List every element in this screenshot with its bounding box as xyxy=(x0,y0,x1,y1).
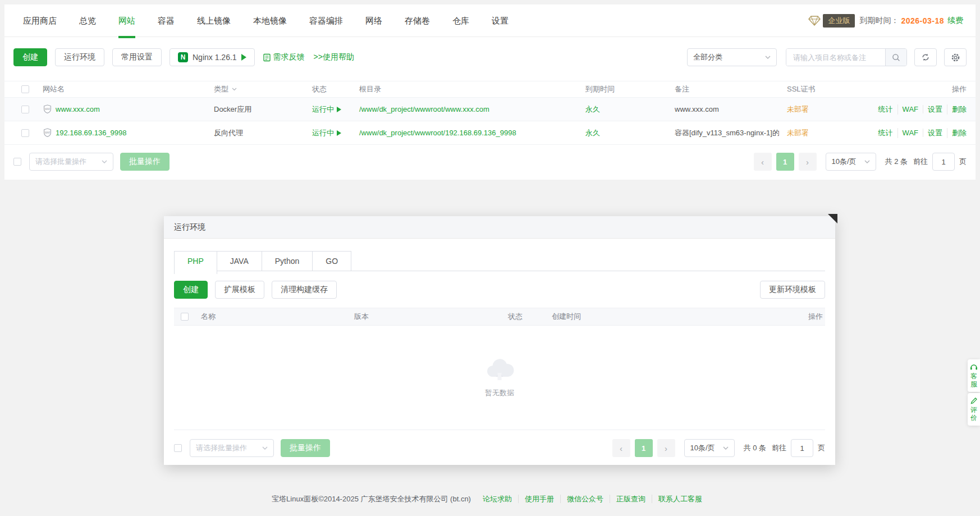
search-group xyxy=(786,48,907,66)
common-settings-button[interactable]: 常用设置 xyxy=(112,48,162,66)
prev-page-button[interactable]: ‹ xyxy=(754,153,772,171)
op-settings-link[interactable]: 设置 xyxy=(923,104,947,115)
col-name: 网站名 xyxy=(35,84,206,94)
footer-forum-link[interactable]: 论坛求助 xyxy=(477,495,518,503)
op-stats-link[interactable]: 统计 xyxy=(874,128,898,138)
site-root-link[interactable]: /www/dk_project/wwwroot/192.168.69.136_9… xyxy=(359,129,516,137)
nav-tab-app-store[interactable]: 应用商店 xyxy=(23,4,57,37)
batch-action-select[interactable]: 请选择批量操作 xyxy=(29,153,113,171)
runtime-env-modal: 运行环境 PHP JAVA Python GO 创建 扩展模板 清理构建缓存 更… xyxy=(164,216,835,465)
site-type: Docker应用 xyxy=(206,104,304,115)
tab-php[interactable]: PHP xyxy=(174,251,217,274)
site-name-link[interactable]: 192.168.69.136_9998 xyxy=(56,129,127,137)
ssl-status[interactable]: 未部署 xyxy=(787,104,809,115)
tab-java[interactable]: JAVA xyxy=(217,251,262,271)
footer-license-check-link[interactable]: 正版查询 xyxy=(610,495,652,503)
refresh-button[interactable] xyxy=(914,48,937,66)
env-prev-page-button[interactable]: ‹ xyxy=(612,439,630,457)
batch-apply-button[interactable]: 批量操作 xyxy=(120,153,170,171)
nav-tab-compose[interactable]: 容器编排 xyxy=(309,4,343,37)
nav-tab-website[interactable]: 网站 xyxy=(118,4,135,37)
create-site-button[interactable]: 创建 xyxy=(13,48,47,66)
page-1-button[interactable]: 1 xyxy=(776,153,794,171)
feedback-label: 需求反馈 xyxy=(273,52,305,62)
page-unit-label: 页 xyxy=(959,157,967,167)
nav-tab-network[interactable]: 网络 xyxy=(365,4,382,37)
site-expire[interactable]: 永久 xyxy=(585,128,600,138)
site-remark[interactable]: 容器[dify_v113_sm63-nginx-1]的 xyxy=(675,128,779,138)
search-input[interactable] xyxy=(786,49,885,66)
license-area: 企业版 到期时间： 2026-03-18 续费 xyxy=(808,14,963,28)
site-toolbar: 创建 运行环境 常用设置 N Nginx 1.26.1 需求反馈 >>使用帮助 … xyxy=(4,37,976,66)
env-next-page-button[interactable]: › xyxy=(657,439,675,457)
op-delete-link[interactable]: 删除 xyxy=(947,104,967,115)
page-footer: 宝塔Linux面板©2014-2025 广东堡塔安全技术有限公司 (bt.cn)… xyxy=(0,494,980,504)
env-select-all-checkbox[interactable] xyxy=(181,313,189,321)
nginx-logo-icon: N xyxy=(178,52,188,62)
op-settings-link[interactable]: 设置 xyxy=(923,128,947,138)
select-all-checkbox[interactable] xyxy=(21,85,29,93)
op-delete-link[interactable]: 删除 xyxy=(947,128,967,138)
runtime-env-button[interactable]: 运行环境 xyxy=(55,48,104,66)
main-panel: 应用商店 总览 网站 容器 线上镜像 本地镜像 容器编排 网络 存储卷 仓库 设… xyxy=(4,4,976,180)
chevron-down-icon xyxy=(765,56,771,59)
site-status[interactable]: 运行中 xyxy=(312,128,341,138)
modal-corner-fold-icon[interactable] xyxy=(828,214,837,223)
op-stats-link[interactable]: 统计 xyxy=(874,104,898,115)
nav-tab-container[interactable]: 容器 xyxy=(158,4,175,37)
env-page-1-button[interactable]: 1 xyxy=(635,439,653,457)
env-batch-action-select[interactable]: 请选择批量操作 xyxy=(190,439,274,457)
modal-body: PHP JAVA Python GO 创建 扩展模板 清理构建缓存 更新环境模板… xyxy=(164,251,835,466)
clean-build-cache-button[interactable]: 清理构建缓存 xyxy=(272,281,337,299)
goto-page-input[interactable] xyxy=(932,153,955,171)
settings-button[interactable] xyxy=(944,48,967,66)
env-per-page-select[interactable]: 10条/页 xyxy=(684,439,735,457)
ssl-status[interactable]: 未部署 xyxy=(787,128,809,138)
nav-tab-online-images[interactable]: 线上镜像 xyxy=(197,4,231,37)
update-env-template-button[interactable]: 更新环境模板 xyxy=(760,281,825,299)
per-page-value: 10条/页 xyxy=(832,157,857,167)
review-label: 评价 xyxy=(970,406,977,422)
batch-select-all-checkbox[interactable] xyxy=(13,158,21,166)
waf-shield-icon: WAF xyxy=(43,104,52,114)
nav-tab-overview[interactable]: 总览 xyxy=(79,4,96,37)
footer-manual-link[interactable]: 使用手册 xyxy=(518,495,560,503)
batch-action-bar: 请选择批量操作 批量操作 ‹ 1 › 10条/页 共 2 条 前往 页 xyxy=(4,145,976,180)
extend-template-button[interactable]: 扩展模板 xyxy=(215,281,264,299)
per-page-select[interactable]: 10条/页 xyxy=(826,153,876,171)
env-batch-select-placeholder: 请选择批量操作 xyxy=(196,443,247,453)
feedback-link[interactable]: 需求反馈 xyxy=(263,52,305,62)
op-waf-link[interactable]: WAF xyxy=(898,129,923,137)
site-status[interactable]: 运行中 xyxy=(312,104,341,115)
nav-tab-registry[interactable]: 仓库 xyxy=(452,4,469,37)
renew-link[interactable]: 续费 xyxy=(947,16,963,26)
footer-wechat-link[interactable]: 微信公众号 xyxy=(560,495,610,503)
review-widget[interactable]: 评价 xyxy=(968,393,980,426)
nav-tab-volumes[interactable]: 存储卷 xyxy=(405,4,430,37)
env-batch-select-all-checkbox[interactable] xyxy=(174,444,182,452)
op-waf-link[interactable]: WAF xyxy=(898,105,923,113)
search-button[interactable] xyxy=(885,49,906,66)
nav-tab-settings[interactable]: 设置 xyxy=(492,4,509,37)
site-name-link[interactable]: www.xxx.com xyxy=(56,105,100,113)
tab-go[interactable]: GO xyxy=(312,251,351,271)
env-batch-apply-button[interactable]: 批量操作 xyxy=(281,439,330,457)
row-checkbox[interactable] xyxy=(21,129,29,137)
nav-tab-local-images[interactable]: 本地镜像 xyxy=(253,4,287,37)
svg-text:WAF: WAF xyxy=(45,131,51,134)
env-goto-page-input[interactable] xyxy=(791,439,813,457)
webserver-button[interactable]: N Nginx 1.26.1 xyxy=(170,48,255,66)
col-type[interactable]: 类型 xyxy=(206,84,304,94)
site-expire[interactable]: 永久 xyxy=(585,104,600,115)
footer-contact-support-link[interactable]: 联系人工客服 xyxy=(652,495,708,503)
category-select[interactable]: 全部分类 xyxy=(687,48,777,66)
col-ops: 操作 xyxy=(863,84,976,94)
site-root-link[interactable]: /www/dk_project/wwwroot/www.xxx.com xyxy=(359,105,489,113)
env-create-button[interactable]: 创建 xyxy=(174,281,208,299)
row-checkbox[interactable] xyxy=(21,106,29,113)
customer-service-widget[interactable]: 客服 xyxy=(968,359,980,392)
tab-python[interactable]: Python xyxy=(262,251,313,271)
help-link[interactable]: >>使用帮助 xyxy=(314,52,354,62)
next-page-button[interactable]: › xyxy=(799,153,817,171)
site-remark[interactable]: www.xxx.com xyxy=(675,105,719,113)
